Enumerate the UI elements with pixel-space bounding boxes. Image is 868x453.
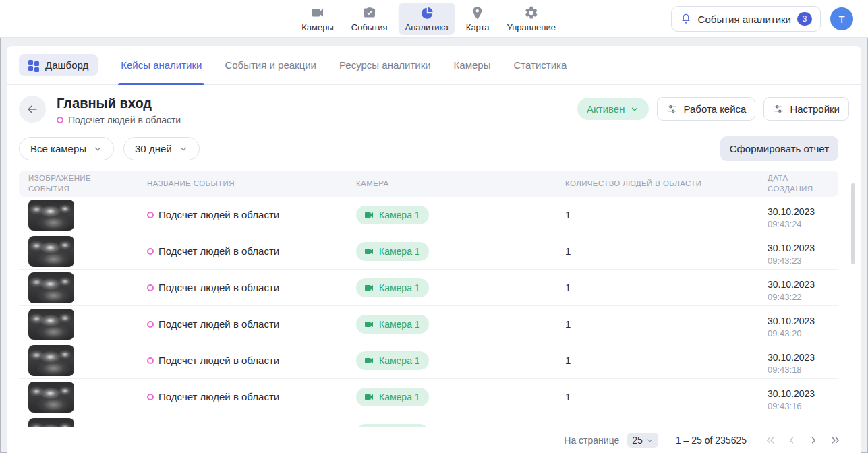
chevron-down-icon	[630, 104, 639, 114]
camera-chip-label: Камера 1	[379, 355, 420, 366]
table-row[interactable]: Подсчет людей в области Камера 1 1 30.10…	[19, 233, 838, 270]
nav-item-cameras[interactable]: Камеры	[295, 3, 341, 35]
next-page-button[interactable]	[807, 434, 819, 446]
col-header-image: Изображение события	[19, 171, 138, 197]
gear-icon	[524, 5, 539, 20]
chevron-down-icon	[93, 144, 103, 154]
table-row[interactable]: Подсчет людей в области Камера 1 1 30.10…	[19, 342, 838, 379]
nav-item-management[interactable]: Управление	[500, 3, 562, 35]
sliders-icon	[666, 103, 678, 115]
event-time: 09:43:20	[768, 328, 838, 338]
event-time: 09:43:18	[768, 365, 838, 375]
nav-label: События	[351, 22, 388, 32]
tab-cameras[interactable]: Камеры	[454, 46, 491, 84]
status-label: Активен	[587, 103, 625, 115]
case-type-icon	[147, 248, 154, 255]
col-header-count: Количество людей в области	[556, 176, 758, 192]
camera-chip[interactable]: Камера 1	[356, 351, 429, 370]
case-type-icon	[57, 117, 63, 123]
camera-chip-label: Камера 1	[379, 319, 420, 330]
event-date: 30.10.2023	[768, 352, 838, 363]
period-filter-value: 30 дней	[135, 143, 172, 154]
analytics-events-button[interactable]: События аналитики 3	[671, 6, 821, 32]
camera-chip[interactable]: Камера 1	[356, 206, 429, 224]
user-avatar[interactable]: Т	[830, 7, 853, 30]
top-bar: Камеры События Аналитика Карта Управлени	[0, 0, 868, 38]
tab-analytics-cases[interactable]: Кейсы аналитики	[121, 46, 202, 84]
camera-icon	[364, 355, 374, 366]
generate-report-button[interactable]: Сформировать отчет	[720, 136, 838, 161]
table-row[interactable]: Подсчет людей в области Камера 1 1 30.10…	[19, 197, 838, 233]
tab-dashboard[interactable]: Дашборд	[19, 54, 98, 76]
event-name: Подсчет людей в области	[158, 245, 279, 257]
tab-events-reactions[interactable]: События и реакции	[225, 46, 316, 84]
filters-row: Все камеры 30 дней Сформировать отчет	[7, 125, 861, 171]
case-type-icon	[147, 284, 154, 291]
content-card: Дашборд Кейсы аналитики События и реакци…	[7, 46, 861, 453]
event-date: 30.10.2023	[768, 315, 838, 326]
event-thumbnail[interactable]	[28, 345, 74, 376]
vertical-scrollbar[interactable]	[851, 183, 855, 264]
camera-icon	[364, 246, 374, 257]
first-page-button[interactable]	[764, 434, 776, 446]
sliders-icon	[773, 103, 784, 115]
tab-analytics-resources[interactable]: Ресурсы аналитики	[339, 46, 431, 84]
camera-chip-label: Камера 1	[379, 282, 420, 293]
people-count: 1	[556, 391, 758, 402]
case-work-button[interactable]: Работа кейса	[657, 97, 755, 121]
events-count-badge: 3	[797, 12, 812, 26]
event-name: Подсчет людей в области	[158, 355, 279, 366]
event-thumbnail[interactable]	[28, 236, 74, 267]
case-header: Главный вход Подсчет людей в области Акт…	[7, 85, 861, 125]
event-datetime: 30.10.2023 09:43:20	[758, 310, 838, 338]
case-type-icon	[147, 394, 154, 400]
events-icon	[362, 5, 377, 20]
settings-button[interactable]: Настройки	[763, 97, 849, 121]
nav-item-events[interactable]: События	[345, 3, 395, 35]
event-datetime: 30.10.2023 09:43:23	[758, 237, 838, 266]
table-header-row: Изображение события Название события Кам…	[19, 171, 838, 197]
table-row[interactable]: Подсчет людей в области Камера 1 1 30.10…	[19, 379, 838, 415]
camera-filter-dropdown[interactable]: Все камеры	[19, 137, 114, 160]
camera-chip[interactable]: Камера 1	[356, 278, 429, 297]
event-name: Подсчет людей в области	[158, 209, 279, 220]
nav-item-analytics[interactable]: Аналитика	[398, 3, 455, 35]
camera-chip[interactable]: Камера 1	[356, 315, 429, 334]
event-thumbnail[interactable]	[28, 382, 74, 413]
event-date: 30.10.2023	[768, 206, 838, 217]
chevron-down-icon	[646, 437, 654, 444]
camera-chip-label: Камера 1	[379, 210, 420, 220]
people-count: 1	[556, 318, 758, 330]
period-filter-dropdown[interactable]: 30 дней	[123, 137, 200, 160]
event-datetime: 30.10.2023 09:43:16	[758, 383, 838, 411]
pagination-bar: На странице 25 1 – 25 of 235625	[7, 427, 861, 453]
nav-label: Карта	[466, 22, 490, 32]
bell-icon	[680, 13, 692, 25]
event-thumbnail[interactable]	[28, 200, 74, 231]
people-count: 1	[556, 282, 758, 293]
nav-label: Аналитика	[405, 22, 448, 32]
status-dropdown[interactable]: Активен	[577, 98, 649, 120]
event-datetime: 30.10.2023 09:43:18	[758, 346, 838, 375]
event-name: Подсчет людей в области	[158, 318, 279, 330]
event-thumbnail[interactable]	[28, 272, 74, 303]
event-time: 09:43:22	[768, 292, 838, 302]
table-row[interactable]: Подсчет людей в области Камера 1 1 30.10…	[19, 306, 838, 342]
last-page-button[interactable]	[829, 434, 841, 446]
case-subtitle: Подсчет людей в области	[68, 115, 181, 125]
table-row[interactable]: Подсчет людей в области Камера 1 1 30.10…	[19, 270, 838, 306]
page-title: Главный вход	[57, 96, 577, 111]
camera-chip[interactable]: Камера 1	[356, 242, 429, 261]
prev-page-button[interactable]	[786, 434, 798, 446]
per-page-select[interactable]: 25	[627, 433, 658, 448]
camera-filter-value: Все камеры	[30, 143, 86, 154]
tab-statistics[interactable]: Статистика	[513, 46, 567, 84]
event-thumbnail[interactable]	[28, 309, 74, 340]
event-name: Подсчет людей в области	[158, 391, 279, 402]
back-button[interactable]	[19, 96, 46, 123]
analytics-tabs: Дашборд Кейсы аналитики События и реакци…	[7, 46, 861, 85]
camera-chip[interactable]: Камера 1	[356, 388, 429, 406]
nav-item-map[interactable]: Карта	[459, 3, 496, 35]
event-name: Подсчет людей в области	[158, 282, 279, 293]
camera-icon	[364, 282, 374, 293]
